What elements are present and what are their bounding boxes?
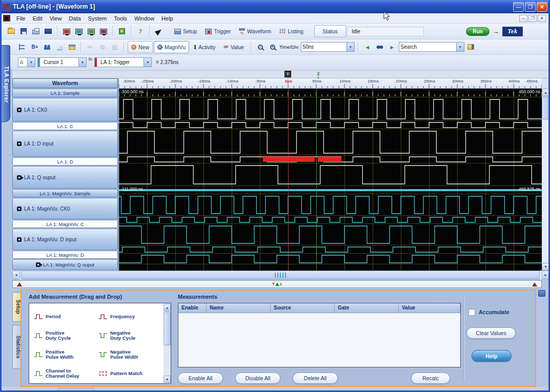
setup-window-icon[interactable] (61, 26, 72, 37)
horizontal-scroll-thumb[interactable] (21, 271, 540, 279)
panel-corner-button[interactable] (538, 290, 545, 297)
delete-all-button[interactable]: Delete All (293, 373, 338, 384)
tla-explorer-tab[interactable]: TLA Explorer (0, 45, 10, 122)
overview-trigger-marker[interactable]: T2 (272, 281, 282, 287)
mdi-close-button[interactable]: ✕ (538, 15, 546, 22)
waveform-trace-la-1-magnivu-d-input[interactable] (119, 224, 542, 245)
waveform-label-la-1-magnivu-d-input[interactable]: LA 1: MagniVu: D input (12, 229, 118, 250)
menu-file[interactable]: File (13, 14, 29, 23)
vertical-scroll-thumb[interactable] (542, 97, 549, 119)
menu-help[interactable]: Help (158, 14, 177, 23)
find-icon[interactable] (374, 42, 385, 53)
trigger-button[interactable]: Trigger (201, 25, 234, 37)
waveform-label-la-1-d[interactable]: LA 1: D (12, 157, 118, 166)
zoom-in-icon[interactable]: + (267, 42, 278, 53)
minimize-button[interactable]: — (513, 2, 524, 12)
listing-window-icon[interactable] (98, 26, 109, 37)
measurement-item-frequency[interactable]: Frequency (98, 307, 163, 326)
mdi-document-icon[interactable] (3, 15, 10, 22)
listbox-scroll-down-icon[interactable]: ▼ (164, 376, 171, 383)
vertical-scrollbar[interactable]: ▲ ▼ (542, 89, 549, 271)
waveform-label-la-1-c[interactable]: LA 1: C (12, 122, 118, 130)
waveform-window-icon[interactable] (86, 26, 97, 37)
properties-icon[interactable] (116, 26, 128, 37)
waveform-label-la-1-magnivu-d[interactable]: LA 1: MagniVu: D (12, 251, 118, 259)
cursor2-line[interactable] (316, 89, 317, 271)
measurement-item-positive-pulse-width[interactable]: PositivePulse Width (34, 345, 98, 364)
restore-button[interactable]: ❐ (525, 2, 536, 12)
measurement-item-positive-duty-cycle[interactable]: PositiveDuty Cycle (34, 326, 98, 345)
waveform-trace-la-1-q-ouput[interactable] (119, 163, 542, 186)
measurement-item-channel-to-channel-delay[interactable]: Channel toChannel Delay (34, 364, 98, 383)
waveform-trace-la-1-sample[interactable]: -300.000 ns450.000 ns (119, 89, 542, 97)
setup-button[interactable]: Setup (171, 25, 200, 37)
waveform-trace-la-1-magnivu-d[interactable] (119, 245, 542, 254)
trigger-line[interactable] (288, 89, 289, 271)
listing-button[interactable]: 101010 Listing (276, 25, 307, 37)
waveform-label-la-1-ck0[interactable]: LA 1: CK0 (12, 98, 118, 121)
activity-button[interactable]: I Activity (190, 41, 219, 53)
measurements-table-body[interactable] (178, 313, 460, 367)
cursor1-combo[interactable]: Cursor 1 ▼ (37, 57, 87, 67)
waveform-button[interactable]: MW∿ Waveform (235, 25, 275, 37)
menu-data[interactable]: Data (65, 14, 84, 23)
delta-measure-button[interactable]: Δ ▼ (18, 57, 35, 67)
enable-all-button[interactable]: Enable All (178, 373, 223, 384)
listbox-scroll-thumb[interactable] (164, 312, 171, 345)
new-waveform-button[interactable]: New (128, 41, 153, 53)
cursor2-marker[interactable]: 2 (315, 71, 321, 77)
menu-edit[interactable]: Edit (29, 14, 46, 23)
paste-icon[interactable]: ▤ (109, 42, 120, 53)
waveform-trace-la-1-magnivu-q-ouput[interactable] (119, 254, 542, 264)
measurement-item-negative-duty-cycle[interactable]: NegativeDuty Cycle (98, 326, 163, 345)
mdi-minimize-button[interactable]: — (519, 15, 527, 22)
column-header-enable[interactable]: Enable (178, 303, 207, 313)
recalc-button[interactable]: Recalc (411, 373, 450, 384)
measurement-item-period[interactable]: Period (34, 307, 98, 326)
record-overview-bar[interactable]: T2 (12, 280, 542, 288)
run-button[interactable]: Run (466, 27, 490, 36)
scroll-right-icon[interactable]: ► (542, 271, 549, 279)
scroll-up-icon[interactable]: ▲ (542, 89, 549, 96)
status-button[interactable]: Status (314, 25, 346, 37)
waveform-label-la-1-magnivu-q-ouput[interactable]: LA 1: MagniVu: Q ouput (12, 259, 118, 270)
scroll-down-icon[interactable]: ▼ (542, 263, 549, 271)
tab-statistics[interactable]: Statistics (12, 325, 21, 369)
waveform-column-header[interactable]: Waveform (12, 78, 118, 88)
search-next-icon[interactable]: ► (386, 42, 398, 53)
search-previous-icon[interactable]: ◄ (362, 42, 373, 53)
arm-system-icon[interactable] (153, 26, 165, 37)
column-header-name[interactable]: Name (207, 303, 271, 313)
disable-all-button[interactable]: Disable All (235, 373, 280, 384)
waveform-trace-la-1-ck0[interactable] (119, 97, 542, 121)
waveform-label-la-1-q-ouput[interactable]: LA 1: Q ouput (12, 166, 118, 189)
measurement-item-pattern-match[interactable]: Pattern Match (98, 364, 163, 383)
search-combo[interactable]: Search ▼ (399, 42, 464, 52)
timediv-combo[interactable]: 50ns ▼ (301, 42, 355, 52)
close-button[interactable]: ✕ (537, 2, 547, 12)
horizontal-scrollbar[interactable]: ◄ ► (12, 271, 549, 279)
column-header-gate[interactable]: Gate (335, 303, 399, 313)
save-icon[interactable] (18, 26, 29, 37)
waveform-trace-la-1-magnivu-sample[interactable]: -111.000 ns466.875 ns (119, 186, 542, 194)
waveform-trace-la-1-c[interactable] (119, 121, 542, 129)
waveform-label-la-1-magnivu-sample[interactable]: LA 1: MagniVu: Sample (12, 189, 118, 197)
trigger-marker[interactable]: T (284, 71, 291, 77)
waveform-trace-la-1-magnivu-ck0[interactable] (119, 194, 542, 216)
waveform-trace-la-1-d[interactable] (119, 155, 542, 163)
menu-view[interactable]: View (46, 14, 66, 23)
waveform-label-la-1-magnivu-ck0[interactable]: LA 1: MagniVu: CK0 (12, 198, 118, 219)
measurement-item-negative-pulse-width[interactable]: NegativePulse Width (98, 345, 163, 364)
waveform-label-la-1-d-input[interactable]: LA 1: D input (12, 131, 118, 157)
record-begin-marker[interactable] (17, 282, 22, 286)
waveform-label-la-1-magnivu-c[interactable]: LA 1: MagniVu: C (12, 220, 118, 228)
search-options-icon[interactable] (465, 42, 477, 53)
clear-values-button[interactable]: Clear Values (466, 327, 516, 339)
column-header-source[interactable]: Source (271, 303, 335, 313)
copy-icon[interactable]: ⧉ (97, 42, 108, 53)
open-icon[interactable] (6, 26, 17, 37)
listbox-scrollbar[interactable]: ▲ ▼ (164, 304, 171, 383)
menu-window[interactable]: Window (131, 14, 158, 23)
trigger-window-icon[interactable] (73, 26, 85, 37)
print-icon[interactable] (30, 26, 42, 37)
